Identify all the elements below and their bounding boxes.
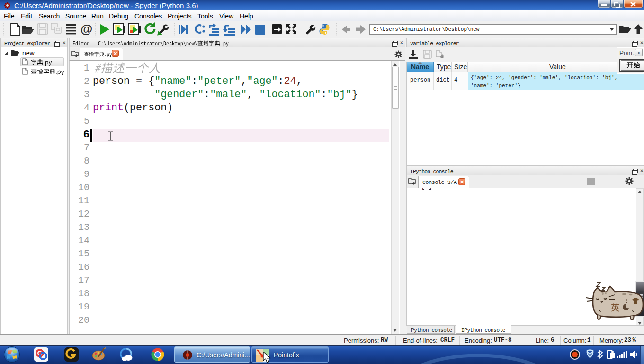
svg-text:@: @ xyxy=(80,22,92,36)
